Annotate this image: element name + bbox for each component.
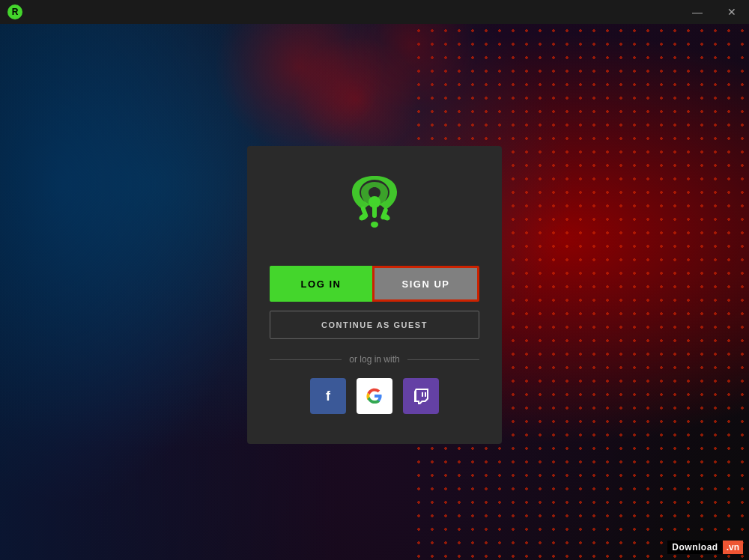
svg-point-4 xyxy=(371,222,378,228)
facebook-login-button[interactable]: f xyxy=(310,378,346,414)
svg-rect-6 xyxy=(372,203,377,218)
google-login-button[interactable] xyxy=(357,378,392,414)
razer-logo-icon: R xyxy=(7,4,23,20)
watermark: Download .vn xyxy=(667,541,743,554)
titlebar: R — ✕ xyxy=(0,0,749,24)
titlebar-controls: — ✕ xyxy=(680,0,749,24)
signup-button[interactable]: SIGN UP xyxy=(372,266,479,302)
auth-buttons-row: LOG IN SIGN UP xyxy=(270,266,479,302)
svg-text:f: f xyxy=(326,389,331,404)
login-modal: LOG IN SIGN UP CONTINUE AS GUEST or log … xyxy=(247,146,502,444)
login-button[interactable]: LOG IN xyxy=(270,266,372,302)
divider-text: or log in with xyxy=(349,354,399,365)
social-divider: or log in with xyxy=(270,354,479,365)
close-button[interactable]: ✕ xyxy=(715,0,749,24)
svg-rect-11 xyxy=(425,392,426,397)
divider-line-right xyxy=(407,359,479,359)
facebook-icon: f xyxy=(320,388,336,404)
watermark-text: Download xyxy=(667,541,722,554)
razer-snake-icon xyxy=(348,176,401,236)
divider-line-left xyxy=(270,359,342,359)
guest-button[interactable]: CONTINUE AS GUEST xyxy=(270,311,479,339)
twitch-login-button[interactable] xyxy=(403,378,439,414)
svg-text:R: R xyxy=(12,7,19,17)
twitch-icon xyxy=(413,388,429,404)
svg-rect-10 xyxy=(422,392,423,397)
google-icon xyxy=(366,388,383,404)
razer-snake-logo xyxy=(345,176,404,236)
titlebar-logo: R xyxy=(3,0,27,24)
minimize-button[interactable]: — xyxy=(680,0,715,24)
social-login-row: f xyxy=(310,378,439,414)
watermark-dot: .vn xyxy=(723,541,743,554)
